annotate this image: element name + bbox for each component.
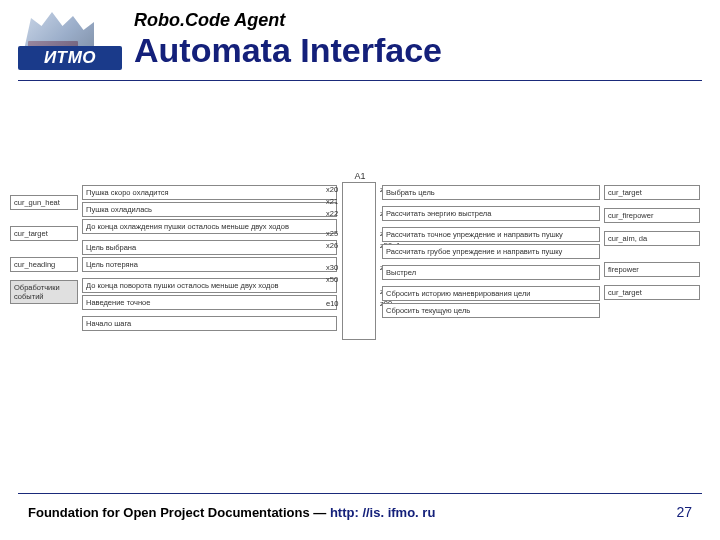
var-box: cur_firepower — [604, 208, 700, 223]
footer-link[interactable]: http: //is. ifmo. ru — [330, 505, 435, 520]
var-box: cur_aim, da — [604, 231, 700, 246]
input-box: Цель выбрана — [82, 240, 337, 255]
input-box: До конца поворота пушки осталось меньше … — [82, 278, 337, 293]
output-box: Сбросить историю маневрирования цели — [382, 286, 600, 301]
logo-building-icon — [24, 10, 94, 50]
x-label: x25 — [326, 229, 338, 238]
automata-diagram: cur_gun_heat cur_target cur_heading Обра… — [10, 185, 710, 375]
outputs-column: Выбрать цель Рассчитать энергию выстрела… — [382, 185, 600, 324]
x-label: x21 — [326, 197, 338, 206]
var-box: cur_heading — [10, 257, 78, 272]
x-label: x20 — [326, 185, 338, 194]
footer-text: Foundation for Open Project Documentatio… — [28, 505, 330, 520]
output-box: Рассчитать энергию выстрела — [382, 206, 600, 221]
main-title: Automata Interface — [134, 33, 442, 69]
sup-title: Robo.Code Agent — [134, 10, 442, 31]
title-block: Robo.Code Agent Automata Interface — [134, 8, 442, 69]
itmo-logo: ИТМО — [18, 8, 128, 76]
output-box: Выбрать цель — [382, 185, 600, 200]
output-box: Рассчитать грубое упреждение и направить… — [382, 244, 600, 259]
var-box: cur_target — [10, 226, 78, 241]
var-box: firepower — [604, 262, 700, 277]
footer-text-wrap: Foundation for Open Project Documentatio… — [28, 505, 435, 520]
output-box: Сбросить текущую цель — [382, 303, 600, 318]
slide-header: ИТМО Robo.Code Agent Automata Interface — [0, 0, 720, 76]
divider-top — [18, 80, 702, 81]
footer-row: Foundation for Open Project Documentatio… — [18, 504, 702, 520]
var-box: cur_target — [604, 285, 700, 300]
center-column: A1 x20 x21 x22 x25 x26 x30 x50 e10 z30 z… — [342, 171, 378, 340]
x-label: x50 — [326, 275, 338, 284]
left-vars-column: cur_gun_heat cur_target cur_heading Обра… — [10, 185, 78, 306]
var-box-events: Обработчики событий — [10, 280, 78, 304]
inputs-column: Пушка скоро охладится Пушка охладилась Д… — [82, 185, 337, 337]
page-number: 27 — [676, 504, 692, 520]
divider-bottom — [18, 493, 702, 494]
var-box: cur_target — [604, 185, 700, 200]
input-box: Пушка охладилась — [82, 202, 337, 217]
output-box: Рассчитать точное упреждение и направить… — [382, 227, 600, 242]
input-box: Начало шага — [82, 316, 337, 331]
input-box: Пушка скоро охладится — [82, 185, 337, 200]
var-box: cur_gun_heat — [10, 195, 78, 210]
input-box: До конца охлаждения пушки осталось меньш… — [82, 219, 337, 234]
logo-bar: ИТМО — [18, 46, 122, 70]
x-label: x22 — [326, 209, 338, 218]
logo-text: ИТМО — [44, 48, 96, 68]
x-label: x30 — [326, 263, 338, 272]
output-box: Выстрел — [382, 265, 600, 280]
automaton-box — [342, 182, 376, 340]
automaton-label: A1 — [342, 171, 378, 181]
input-box: Наведение точное — [82, 295, 337, 310]
right-vars-column: cur_target cur_firepower cur_aim, da fir… — [604, 185, 700, 302]
x-label: e10 — [326, 299, 339, 308]
input-box: Цель потеряна — [82, 257, 337, 272]
x-label: x26 — [326, 241, 338, 250]
slide-footer: Foundation for Open Project Documentatio… — [18, 493, 702, 520]
